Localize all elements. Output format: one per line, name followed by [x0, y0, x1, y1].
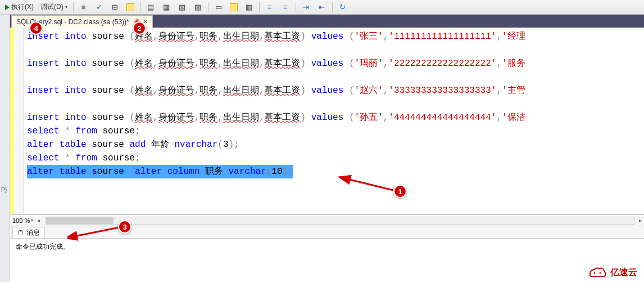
file-results-icon: ▧	[178, 3, 187, 12]
outline-icon: ⊞	[111, 3, 120, 12]
plan-button[interactable]: ▨	[191, 1, 205, 14]
grid-results-icon: ▦	[162, 3, 171, 12]
indent-icon: ≡	[265, 3, 274, 12]
plan-icon: ▨	[193, 3, 202, 12]
messages-panel: 🗒 消息 命令已成功完成。	[10, 226, 644, 267]
separator	[296, 2, 296, 12]
increase-font-button[interactable]: ⇥	[299, 1, 314, 14]
separator	[259, 2, 260, 12]
horizontal-scrollbar[interactable]	[46, 217, 635, 225]
font-minus-icon: ⇤	[318, 3, 326, 12]
outdent-icon: ≡	[281, 3, 290, 12]
results-to-file-button[interactable]: ▧	[175, 1, 189, 14]
separator	[140, 2, 140, 12]
refresh-button[interactable]: ↻	[335, 1, 350, 14]
scroll-left-icon[interactable]: ◂	[34, 217, 42, 223]
separator	[332, 2, 333, 12]
zoom-row: 100 % ▾ ◂ ▸	[10, 214, 644, 226]
check-button[interactable]: ✓	[92, 1, 107, 14]
results-to-grid-button[interactable]: ▦	[159, 1, 174, 14]
messages-tab-label: 消息	[26, 228, 40, 238]
grid-icon	[126, 3, 134, 11]
params-button[interactable]: ▥	[242, 1, 256, 14]
toolbar: 执行(X) 调试(D) ▾ ■ ✓ ⊞ ▤ ▦ ▧ ▨ ▭ ▥ ≡ ≡ ⇥ ⇤ …	[0, 0, 644, 15]
comment-button[interactable]: ▭	[211, 1, 226, 14]
execute-label: 执行(X)	[11, 2, 34, 12]
breakpoint-strip[interactable]	[13, 28, 24, 214]
outdent-button[interactable]: ≡	[278, 1, 293, 14]
debug-label: 调试(D)	[40, 2, 64, 12]
separator	[73, 2, 74, 12]
sql-editor[interactable]: insert into sourse (姓名,身份证号,职务,出生日期,基本工资…	[24, 28, 644, 214]
show-results-button[interactable]	[124, 1, 137, 14]
annotation-badge-4: 4	[29, 21, 43, 35]
left-sidebar[interactable]: P)	[0, 15, 10, 282]
chevron-down-icon: ▾	[65, 5, 67, 10]
check-icon: ✓	[95, 3, 104, 12]
zoom-chevron-icon[interactable]: ▾	[31, 218, 33, 223]
refresh-icon: ↻	[338, 3, 347, 12]
separator	[208, 2, 208, 12]
outline-button[interactable]: ⊞	[108, 1, 123, 14]
results-to-text-button[interactable]: ▤	[143, 1, 158, 14]
editor-tab-bar: SQLQuery2.sql - DC2.class (sa (53))* 📌 ✕	[0, 15, 644, 28]
watermark-text: 亿速云	[610, 267, 637, 279]
params-icon: ▥	[244, 3, 253, 12]
messages-text: 命令已成功完成。	[16, 243, 70, 250]
uncomment-icon	[230, 3, 238, 11]
run-icon	[5, 5, 10, 10]
stop-icon: ■	[79, 3, 88, 12]
svg-point-2	[594, 272, 596, 274]
messages-tab[interactable]: 🗒 消息	[12, 227, 45, 238]
watermark: 亿速云	[588, 266, 637, 279]
watermark-logo-icon	[588, 266, 607, 279]
indent-button[interactable]: ≡	[262, 1, 277, 14]
font-plus-icon: ⇥	[302, 3, 311, 12]
zoom-value[interactable]: 100 %	[12, 217, 30, 224]
comment-icon: ▭	[214, 3, 223, 12]
scrollbar-thumb[interactable]	[46, 217, 114, 224]
decrease-font-button[interactable]: ⇤	[315, 1, 329, 14]
messages-icon: 🗒	[17, 229, 24, 237]
messages-body: 命令已成功完成。	[10, 239, 644, 267]
editor-area: insert into sourse (姓名,身份证号,职务,出生日期,基本工资…	[10, 28, 644, 214]
svg-point-3	[600, 272, 601, 274]
execute-button[interactable]: 执行(X)	[2, 1, 37, 14]
left-sidebar-label: P)	[0, 183, 10, 196]
uncomment-button[interactable]	[227, 1, 241, 14]
text-results-icon: ▤	[146, 3, 155, 12]
annotation-badge-3: 3	[118, 220, 131, 234]
stop-button[interactable]: ■	[76, 1, 91, 14]
debug-button[interactable]: 调试(D) ▾	[38, 1, 70, 14]
annotation-badge-2: 2	[133, 21, 146, 35]
messages-tab-bar: 🗒 消息	[10, 226, 644, 239]
annotation-badge-1: 1	[393, 185, 407, 198]
scroll-right-icon[interactable]: ▸	[636, 217, 644, 223]
